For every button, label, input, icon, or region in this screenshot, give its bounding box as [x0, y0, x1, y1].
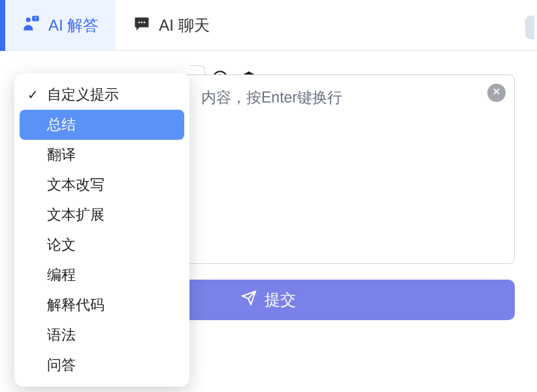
svg-point-5: [144, 21, 146, 23]
menu-item[interactable]: 翻译: [20, 140, 184, 170]
clear-button[interactable]: [487, 84, 506, 102]
menu-item-label: 总结: [47, 115, 76, 135]
svg-point-0: [26, 17, 31, 22]
menu-item[interactable]: 文本扩展: [20, 200, 184, 230]
menu-item-label: 自定义提示: [47, 85, 119, 105]
menu-item[interactable]: 文本改写: [20, 170, 184, 200]
menu-item-label: 翻译: [47, 145, 76, 165]
menu-item-label: 论文: [47, 235, 76, 255]
toolbar: [0, 51, 537, 72]
menu-item[interactable]: 解释代码: [20, 290, 184, 320]
svg-point-4: [141, 21, 143, 23]
svg-point-3: [138, 21, 140, 23]
menu-item-label: 编程: [47, 265, 76, 285]
menu-item-label: 解释代码: [47, 295, 105, 315]
tab-ai-answer[interactable]: ? AI 解答: [5, 0, 116, 50]
chat-icon: [133, 14, 151, 37]
menu-item[interactable]: 总结: [20, 110, 184, 140]
prompt-dropdown-menu: 自定义提示总结翻译文本改写文本扩展论文编程解释代码语法问答: [14, 73, 189, 387]
submit-label: 提交: [265, 289, 296, 310]
menu-item-label: 问答: [47, 355, 76, 375]
tabs-bar: ? AI 解答 AI 聊天: [0, 0, 537, 51]
tab-ai-chat[interactable]: AI 聊天: [116, 0, 226, 50]
svg-text:?: ?: [34, 16, 37, 20]
menu-item[interactable]: 编程: [20, 260, 184, 290]
menu-item[interactable]: 自定义提示: [20, 80, 184, 110]
person-question-icon: ?: [22, 14, 41, 37]
menu-item[interactable]: 论文: [20, 230, 184, 260]
side-handle[interactable]: [525, 16, 534, 39]
menu-item[interactable]: 语法: [20, 320, 184, 350]
close-icon: [492, 87, 501, 99]
menu-item-label: 语法: [47, 325, 76, 345]
menu-item-label: 文本改写: [47, 175, 105, 195]
active-tab-indicator: [0, 0, 5, 51]
menu-item[interactable]: 问答: [20, 350, 184, 380]
menu-item-label: 文本扩展: [47, 205, 105, 225]
tab-label: AI 解答: [48, 15, 99, 36]
send-icon: [241, 290, 257, 310]
tab-label: AI 聊天: [159, 15, 209, 36]
